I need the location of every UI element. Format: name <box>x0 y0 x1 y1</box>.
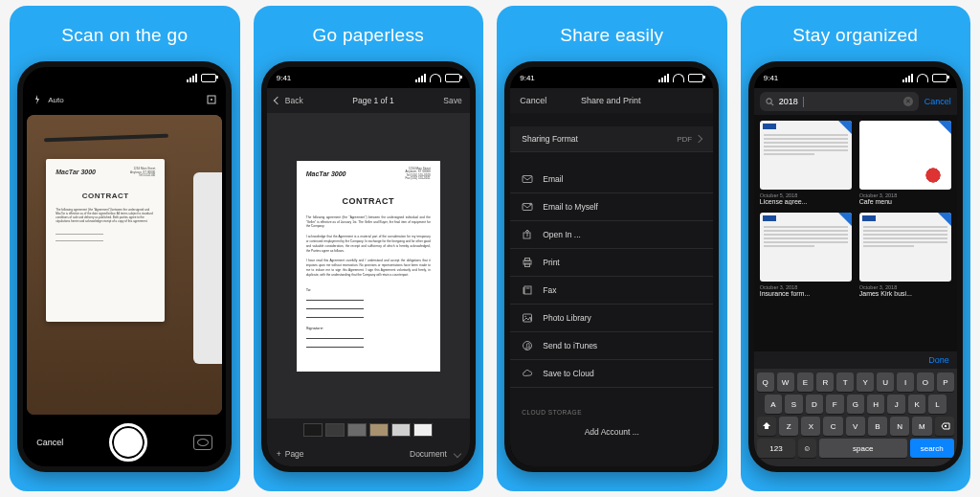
result-thumbnail <box>760 121 852 190</box>
result-card[interactable]: October 5, 2018License agree... <box>760 121 852 205</box>
phone-mockup: 9:41 2018 ✕ Cancel October 5, 2018Licens… <box>748 61 963 472</box>
result-card[interactable]: October 3, 2018Insurance form... <box>760 213 852 297</box>
key-k[interactable]: K <box>908 395 925 414</box>
badge-corner-icon <box>938 213 951 226</box>
tablet-prop <box>193 172 222 364</box>
share-option-photo[interactable]: Photo Library <box>510 305 713 332</box>
keyboard: QWERTYUIOP ASDFGHJKL ZXCVBNM 123☺spacese… <box>754 369 957 466</box>
add-account-button[interactable]: Add Account ... <box>510 419 713 444</box>
key-r[interactable]: R <box>816 373 834 392</box>
panel-title: Share easily <box>560 25 663 46</box>
save-button[interactable]: Save <box>443 96 461 105</box>
svg-rect-10 <box>523 287 525 294</box>
search-query-text: 2018 <box>779 97 798 106</box>
key-emoji[interactable]: ☺ <box>798 439 815 458</box>
key-z[interactable]: Z <box>779 417 798 436</box>
clear-search-button[interactable]: ✕ <box>903 97 913 106</box>
result-name: License agree... <box>760 198 852 205</box>
add-page-button[interactable]: +Page <box>277 449 304 459</box>
share-option-envelope-self[interactable]: Email to Myself <box>510 193 713 221</box>
result-card[interactable]: October 3, 2018James Kirk busi... <box>859 213 951 297</box>
share-option-label: Save to Cloud <box>543 369 593 378</box>
key-backspace[interactable] <box>935 417 954 436</box>
result-name: Cafe menu <box>859 198 951 205</box>
result-thumbnail <box>859 121 951 190</box>
camera-flip-button[interactable] <box>193 435 212 450</box>
search-cancel-button[interactable]: Cancel <box>924 97 951 106</box>
key-m[interactable]: M <box>912 417 931 436</box>
color-swatch[interactable] <box>347 423 367 437</box>
crop-toggle[interactable] <box>207 95 216 104</box>
key-o[interactable]: O <box>917 373 934 392</box>
battery-icon <box>932 74 947 82</box>
chevron-right-icon <box>454 450 461 458</box>
key-q[interactable]: Q <box>757 373 774 392</box>
key-y[interactable]: Y <box>857 373 874 392</box>
key-x[interactable]: X <box>801 417 820 436</box>
key-l[interactable]: L <box>928 395 946 414</box>
phone-notch <box>325 67 412 82</box>
key-e[interactable]: E <box>797 373 814 392</box>
key-space[interactable]: space <box>819 439 907 458</box>
flash-auto-toggle[interactable]: Auto <box>33 95 63 104</box>
wifi-icon <box>673 74 684 82</box>
key-i[interactable]: I <box>897 373 914 392</box>
camera-bottom-bar: Cancel <box>23 418 226 466</box>
color-swatch[interactable] <box>413 423 433 437</box>
share-option-cloud[interactable]: Save to Cloud <box>510 360 713 388</box>
share-option-printer[interactable]: Print <box>510 249 713 277</box>
keyboard-toolbar: Done <box>754 351 957 369</box>
key-v[interactable]: V <box>846 417 865 436</box>
key-w[interactable]: W <box>777 373 794 392</box>
result-card[interactable]: October 3, 2018Cafe menu <box>859 121 951 205</box>
color-swatch[interactable] <box>391 423 411 437</box>
key-n[interactable]: N <box>890 417 909 436</box>
key-p[interactable]: P <box>937 373 954 392</box>
color-swatch[interactable] <box>303 423 323 437</box>
key-f[interactable]: F <box>826 395 843 414</box>
share-option-itunes[interactable]: Send to iTunes <box>510 332 713 360</box>
svg-line-16 <box>770 102 773 105</box>
results-grid[interactable]: October 5, 2018License agree...October 3… <box>754 115 957 351</box>
document-menu-button[interactable]: Document <box>410 449 460 459</box>
key-j[interactable]: J <box>887 395 904 414</box>
document-preview[interactable]: MacTar 3000 1234 Main StreetAnytown, ST … <box>267 113 470 418</box>
back-button[interactable]: Back <box>275 96 303 105</box>
sharing-format-row[interactable]: Sharing Format PDF <box>510 126 713 152</box>
result-thumbnail <box>760 213 852 282</box>
key-a[interactable]: A <box>765 395 782 414</box>
key-b[interactable]: B <box>868 417 887 436</box>
panel-title: Stay organized <box>792 25 918 46</box>
crop-icon <box>207 95 216 104</box>
share-option-fax[interactable]: Fax <box>510 277 713 305</box>
color-swatch[interactable] <box>325 423 345 437</box>
camera-cancel-button[interactable]: Cancel <box>36 438 63 447</box>
color-swatch[interactable] <box>369 423 389 437</box>
text-cursor <box>803 97 804 107</box>
share-option-open-in[interactable]: Open In ... <box>510 221 713 249</box>
key-h[interactable]: H <box>867 395 884 414</box>
key-g[interactable]: G <box>847 395 864 414</box>
shutter-button[interactable] <box>109 423 147 462</box>
itunes-icon <box>522 340 533 351</box>
search-input[interactable]: 2018 ✕ <box>760 92 919 111</box>
keyboard-done-button[interactable]: Done <box>928 355 949 365</box>
key-s[interactable]: S <box>785 395 802 414</box>
key-u[interactable]: U <box>877 373 894 392</box>
badge-corner-icon <box>838 121 852 134</box>
phone-mockup: 9:41 Back Page 1 of 1 Save MacTar 3000 1… <box>261 61 476 472</box>
document-page: MacTar 3000 1234 Main StreetAnytown, ST … <box>297 161 440 372</box>
key-search[interactable]: search <box>910 439 954 458</box>
svg-point-13 <box>524 316 526 318</box>
key-shift[interactable] <box>757 417 776 436</box>
share-option-label: Fax <box>543 285 556 295</box>
key-d[interactable]: D <box>806 395 823 414</box>
key-c[interactable]: C <box>823 417 842 436</box>
phone-notch <box>81 67 167 82</box>
cancel-button[interactable]: Cancel <box>520 96 546 105</box>
key-123[interactable]: 123 <box>757 439 796 458</box>
status-time: 9:41 <box>520 74 535 82</box>
share-option-envelope[interactable]: Email <box>510 166 713 193</box>
page-indicator: Page 1 of 1 <box>352 96 393 105</box>
key-t[interactable]: T <box>836 373 854 392</box>
